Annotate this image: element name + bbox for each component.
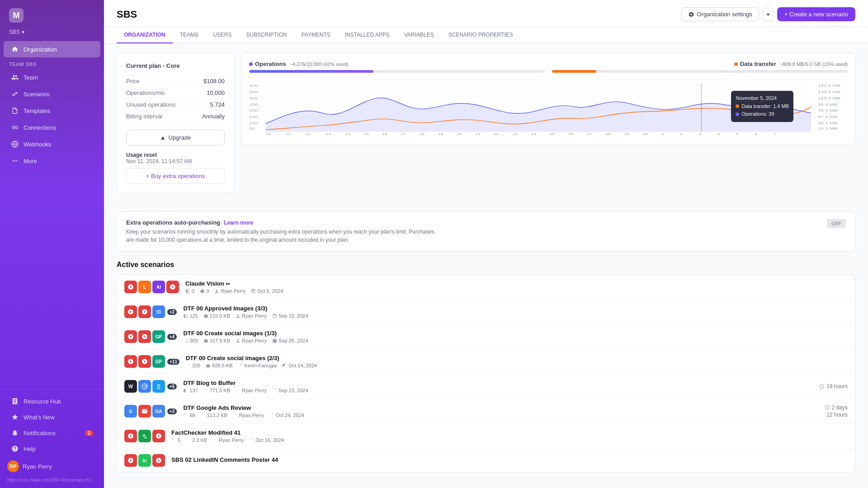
- sidebar-item-notifications[interactable]: Notifications 2: [4, 425, 100, 441]
- svg-text:23: 23: [513, 132, 518, 136]
- app-icon: [138, 355, 151, 368]
- org-settings-dropdown-button[interactable]: ▾: [763, 8, 774, 21]
- app-icon: [138, 380, 151, 393]
- charts-header-row: Operations ~4,276/10,000 (42% used) Data…: [249, 61, 848, 67]
- app-icon: [124, 430, 137, 442]
- org-selector[interactable]: SBS ▾: [0, 27, 104, 39]
- plan-row-price: Price $108.00: [126, 75, 225, 87]
- svg-text:76.3 MB: 76.3 MB: [818, 109, 838, 113]
- scenario-meta: 5 2.3 KB Ryan Perry: [171, 437, 848, 443]
- svg-text:50: 50: [249, 127, 255, 130]
- scenario-row[interactable]: GP +11 DTF 00 Create social images (2/3)…: [117, 349, 855, 374]
- svg-text:350: 350: [249, 90, 258, 94]
- app-icon: [152, 454, 165, 467]
- sidebar-item-templates[interactable]: Templates: [4, 103, 100, 119]
- data-icon: [200, 289, 205, 294]
- svg-text:24: 24: [531, 132, 537, 136]
- svg-text:57.2 MB: 57.2 MB: [818, 115, 838, 119]
- svg-text:3: 3: [698, 132, 701, 136]
- sidebar-item-resource-hub[interactable]: Resource Hub: [4, 394, 100, 409]
- ops-icon: [185, 289, 190, 294]
- scenario-row[interactable]: L AI Claude Vision ••: [117, 275, 855, 300]
- app-icon: G: [124, 405, 137, 418]
- scenario-row[interactable]: GP +4 DTF 00 Create social images (1/3) …: [117, 324, 855, 349]
- scenario-row[interactable]: in SBS 02 LinkedIN Comments Poster 44: [117, 449, 855, 472]
- scenario-name: Claude Vision ••: [185, 280, 848, 287]
- whats-new-icon: [11, 413, 19, 421]
- tab-teams[interactable]: TEAMS: [173, 27, 206, 43]
- svg-text:95.4 MB: 95.4 MB: [818, 103, 838, 106]
- data-bar: [552, 70, 848, 73]
- tab-subscription[interactable]: SUBSCRIPTION: [239, 27, 294, 43]
- app-icon: []: [152, 380, 165, 393]
- scenario-row[interactable]: FactChecker Modified 41 5 2.3 KB: [117, 424, 855, 449]
- sidebar-nav: Organization TEAM SBS Team Scenarios Tem…: [0, 39, 104, 389]
- time-icon: [819, 384, 825, 389]
- create-scenario-button[interactable]: + Create a new scenario: [777, 7, 855, 21]
- tab-payments[interactable]: PAYMENTS: [294, 27, 337, 43]
- scenario-app-icons: in: [124, 454, 165, 467]
- sidebar: M SBS ▾ Organization TEAM SBS Team: [0, 0, 104, 488]
- plan-row-billing: Billing interval Annually: [126, 111, 225, 122]
- svg-text:10: 10: [266, 132, 271, 136]
- sidebar-logo: M: [0, 0, 104, 27]
- svg-text:150: 150: [249, 115, 258, 119]
- svg-text:15: 15: [363, 132, 369, 136]
- main-content: SBS Organization settings ▾ + Create a n…: [104, 0, 868, 488]
- svg-text:5: 5: [736, 132, 739, 136]
- scenarios-icon: [11, 90, 19, 98]
- tab-organization[interactable]: ORGANIZATION: [117, 27, 173, 43]
- data-transfer-progress: [552, 70, 848, 76]
- app-icon: W: [124, 380, 137, 393]
- tab-users[interactable]: USERS: [206, 27, 239, 43]
- sidebar-item-organization[interactable]: Organization: [4, 41, 100, 57]
- svg-text:18: 18: [420, 132, 425, 136]
- plan-card: Current plan - Core Price $108.00 Operat…: [117, 53, 234, 193]
- scenario-name: DTF Blog to Buffer: [183, 380, 813, 386]
- plus-badge: +2: [167, 309, 177, 315]
- ops-bar-fill: [249, 70, 373, 73]
- sidebar-item-connections[interactable]: Connections: [4, 119, 100, 136]
- plus-badge: +11: [167, 359, 179, 365]
- chart-container: 400 350 300 250 200 150 100 50 152.6 MB …: [249, 82, 848, 137]
- svg-text:29: 29: [624, 132, 630, 136]
- org-settings-button[interactable]: Organization settings: [681, 7, 759, 21]
- app-icon: L: [138, 281, 151, 293]
- svg-text:6: 6: [755, 132, 757, 136]
- sidebar-item-more[interactable]: More: [4, 153, 100, 169]
- scenario-row[interactable]: W [] +5 DTF Blog to Buffer: [117, 374, 855, 399]
- scenario-info: FactChecker Modified 41 5 2.3 KB: [171, 429, 848, 443]
- svg-text:114.4 MB: 114.4 MB: [818, 96, 841, 100]
- sidebar-item-scenarios[interactable]: Scenarios: [4, 86, 100, 102]
- app-icon: GA: [152, 405, 165, 418]
- scenario-row[interactable]: G GA +3 DTF Google Ads Review: [117, 399, 855, 424]
- scenario-info: DTF 00 Create social images (2/3) 335 82…: [186, 355, 848, 368]
- sidebar-item-whats-new[interactable]: What's New: [4, 409, 100, 425]
- svg-text:152.6 MB: 152.6 MB: [818, 84, 841, 87]
- header-actions: Organization settings ▾ + Create a new s…: [681, 7, 855, 27]
- user-icon: [214, 289, 219, 294]
- tab-scenario-properties[interactable]: SCENARIO PROPERTIES: [441, 27, 520, 43]
- scenario-info: DTF 00 Create social images (1/3) 309 31…: [183, 330, 848, 343]
- app-icon: [138, 405, 151, 418]
- buy-extra-ops-button[interactable]: + Buy extra operations: [126, 168, 225, 184]
- scenario-name: DTF 00 Create social images (2/3): [186, 355, 848, 361]
- resource-hub-icon: [11, 397, 19, 405]
- user-row[interactable]: RP Ryan Perry: [0, 457, 104, 476]
- sidebar-item-team[interactable]: Team: [4, 69, 100, 85]
- active-scenarios-title: Active scenarios: [117, 261, 855, 269]
- auto-purchase-toggle[interactable]: OFF: [827, 219, 846, 228]
- learn-more-link[interactable]: Learn more: [224, 220, 253, 226]
- app-icon: AI: [152, 281, 165, 293]
- sidebar-item-webhooks[interactable]: Webhooks: [4, 136, 100, 152]
- plan-row-unused: Unused operations 5,724: [126, 99, 225, 111]
- sidebar-item-help[interactable]: Help: [4, 441, 100, 456]
- svg-text:20: 20: [457, 132, 462, 136]
- team-icon: [11, 73, 19, 81]
- upgrade-button[interactable]: ▲ Upgrade: [126, 130, 225, 145]
- tab-variables[interactable]: VARIABLES: [397, 27, 441, 43]
- home-icon: [11, 45, 19, 53]
- notification-badge: 2: [85, 430, 93, 436]
- tab-installed-apps[interactable]: INSTALLED APPS: [338, 27, 397, 43]
- scenario-row[interactable]: +2 DTF 00 Approved Images (3/3) 125: [117, 300, 855, 324]
